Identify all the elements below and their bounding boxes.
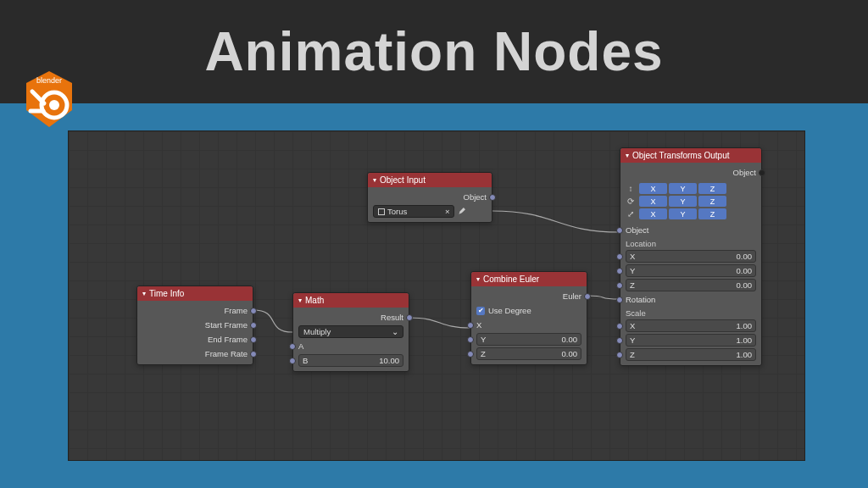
node-title[interactable]: ▾ Object Transforms Output xyxy=(620,148,761,163)
socket-dot[interactable] xyxy=(250,336,257,343)
socket-out-frame-rate: Frame Rate xyxy=(137,347,253,361)
collapse-icon[interactable]: ▾ xyxy=(476,275,480,283)
socket-dot[interactable] xyxy=(467,336,474,343)
toggle-loc-z[interactable]: Z xyxy=(698,183,726,194)
object-picker-field[interactable]: Torus × xyxy=(373,205,454,218)
collapse-icon[interactable]: ▾ xyxy=(626,152,629,159)
xyz-toggle-grid: ↕XYZ ⟳XYZ ⤢XYZ xyxy=(620,180,761,223)
socket-dot[interactable] xyxy=(250,308,257,314)
rotate-icon: ⟳ xyxy=(626,196,636,207)
node-title-label: Object Transforms Output xyxy=(632,151,730,160)
use-degree-checkbox[interactable]: ✔Use Degree xyxy=(471,303,587,318)
checkbox-icon: ✔ xyxy=(476,307,485,315)
operation-select[interactable]: Multiply⌄ xyxy=(298,325,403,338)
node-title-label: Math xyxy=(305,296,324,305)
node-title[interactable]: ▾ Combine Euler xyxy=(471,272,587,286)
socket-dot[interactable] xyxy=(406,314,413,321)
socket-dot[interactable] xyxy=(250,351,257,358)
node-object-transforms-output[interactable]: ▾ Object Transforms Output Object ↕XYZ ⟳… xyxy=(620,147,762,366)
toggle-rot-z[interactable]: Z xyxy=(698,196,726,207)
socket-in-rotation: Rotation xyxy=(620,292,761,307)
loc-x-field[interactable]: X0.00 xyxy=(626,250,756,263)
socket-out-end-frame: End Frame xyxy=(137,332,253,347)
toggle-scl-x[interactable]: X xyxy=(639,208,667,219)
blender-logo: blender xyxy=(24,69,75,129)
socket-dot[interactable] xyxy=(616,337,623,344)
socket-dot[interactable] xyxy=(616,253,623,260)
value-y-field[interactable]: Y0.00 xyxy=(476,333,581,346)
svg-text:blender: blender xyxy=(36,76,62,85)
node-title[interactable]: ▾ Math xyxy=(293,293,409,308)
node-time-info[interactable]: ▾ Time Info Frame Start Frame End Frame … xyxy=(136,286,253,365)
chevron-down-icon: ⌄ xyxy=(392,327,398,336)
socket-dot[interactable] xyxy=(467,322,474,329)
toggle-loc-x[interactable]: X xyxy=(639,183,667,194)
loc-y-field[interactable]: Y0.00 xyxy=(626,264,756,277)
node-title[interactable]: ▾ Time Info xyxy=(137,286,253,301)
node-title-label: Time Info xyxy=(149,289,184,298)
loc-z-field[interactable]: Z0.00 xyxy=(626,279,756,291)
socket-dot[interactable] xyxy=(467,351,474,358)
toggle-rot-y[interactable]: Y xyxy=(669,196,697,207)
socket-dot[interactable] xyxy=(489,194,496,201)
socket-out-object: Object xyxy=(620,165,761,180)
socket-in-x: X xyxy=(471,318,587,332)
node-title-label: Object Input xyxy=(380,175,426,185)
socket-dot[interactable] xyxy=(616,352,623,358)
collapse-icon[interactable]: ▾ xyxy=(373,176,376,184)
socket-in-a: A xyxy=(293,339,409,353)
socket-in-object: Object xyxy=(620,223,761,237)
eyedropper-icon[interactable] xyxy=(458,206,467,217)
collapse-icon[interactable]: ▾ xyxy=(298,297,302,304)
toggle-scl-y[interactable]: Y xyxy=(669,208,697,219)
node-editor-canvas[interactable]: ▾ Time Info Frame Start Frame End Frame … xyxy=(68,130,805,461)
scl-z-field[interactable]: Z1.00 xyxy=(626,348,756,361)
socket-in-y: Y0.00 xyxy=(471,332,587,347)
socket-out-result: Result xyxy=(293,310,409,324)
collapse-icon[interactable]: ▾ xyxy=(142,290,146,297)
header: Animation Nodes blender xyxy=(0,0,868,103)
scl-y-field[interactable]: Y1.00 xyxy=(626,334,756,347)
node-combine-euler[interactable]: ▾ Combine Euler Euler ✔Use Degree X Y0.0… xyxy=(470,271,587,365)
toggle-scl-z[interactable]: Z xyxy=(698,208,726,219)
socket-dot[interactable] xyxy=(616,323,623,330)
socket-dot[interactable] xyxy=(584,293,591,300)
scale-icon: ⤢ xyxy=(626,208,636,219)
value-z-field[interactable]: Z0.00 xyxy=(476,347,581,360)
socket-dot[interactable] xyxy=(616,227,623,234)
node-object-input[interactable]: ▾ Object Input Object Torus × xyxy=(367,172,492,223)
socket-dot[interactable] xyxy=(616,282,623,289)
clear-icon[interactable]: × xyxy=(445,207,450,216)
socket-dot[interactable] xyxy=(289,343,296,350)
toggle-loc-y[interactable]: Y xyxy=(669,183,697,194)
move-icon: ↕ xyxy=(626,183,636,194)
socket-out-euler: Euler xyxy=(471,289,587,303)
socket-out-start-frame: Start Frame xyxy=(137,318,253,332)
socket-out-object: Object xyxy=(368,190,492,204)
svg-point-2 xyxy=(49,100,59,110)
socket-out-frame: Frame xyxy=(137,303,253,318)
socket-dot[interactable] xyxy=(616,297,623,303)
node-title[interactable]: ▾ Object Input xyxy=(368,173,492,187)
socket-dot[interactable] xyxy=(759,169,765,176)
socket-dot[interactable] xyxy=(289,358,296,364)
node-math[interactable]: ▾ Math Result Multiply⌄ A B10.00 xyxy=(292,292,409,372)
section-scale: Scale xyxy=(620,307,761,319)
socket-in-z: Z0.00 xyxy=(471,347,587,361)
mesh-icon xyxy=(378,208,385,215)
socket-dot[interactable] xyxy=(616,268,623,274)
value-b-field[interactable]: B10.00 xyxy=(298,354,403,367)
node-title-label: Combine Euler xyxy=(483,274,539,284)
scl-x-field[interactable]: X1.00 xyxy=(626,319,756,332)
toggle-rot-x[interactable]: X xyxy=(639,196,667,207)
socket-dot[interactable] xyxy=(250,322,257,329)
socket-in-b: B10.00 xyxy=(293,353,409,368)
section-location: Location xyxy=(620,237,761,249)
page-title: Animation Nodes xyxy=(204,20,663,83)
